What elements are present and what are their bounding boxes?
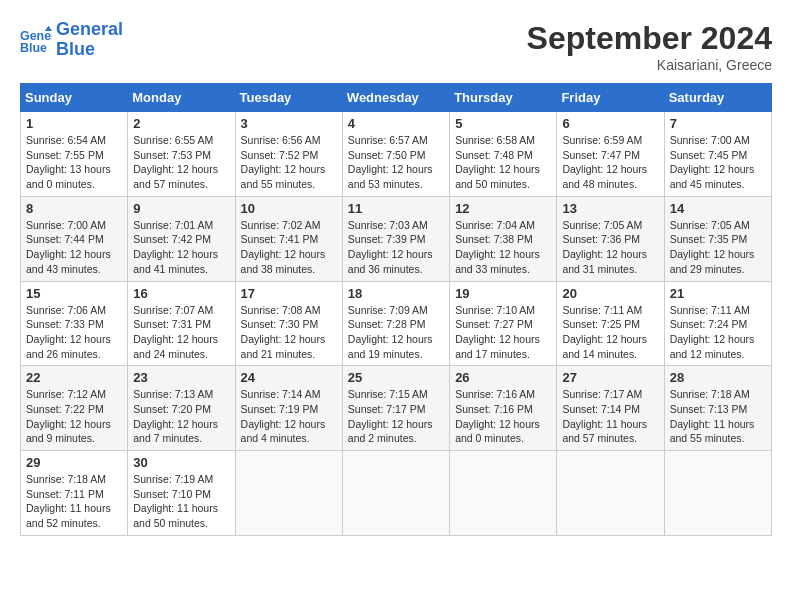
calendar-cell: 21Sunrise: 7:11 AMSunset: 7:24 PMDayligh… [664, 281, 771, 366]
calendar-cell: 4Sunrise: 6:57 AMSunset: 7:50 PMDaylight… [342, 112, 449, 197]
day-info: Sunrise: 7:02 AMSunset: 7:41 PMDaylight:… [241, 218, 337, 277]
calendar-cell: 13Sunrise: 7:05 AMSunset: 7:36 PMDayligh… [557, 196, 664, 281]
day-number: 30 [133, 455, 229, 470]
day-info: Sunrise: 7:10 AMSunset: 7:27 PMDaylight:… [455, 303, 551, 362]
calendar-cell: 12Sunrise: 7:04 AMSunset: 7:38 PMDayligh… [450, 196, 557, 281]
calendar-cell [450, 451, 557, 536]
day-info: Sunrise: 7:06 AMSunset: 7:33 PMDaylight:… [26, 303, 122, 362]
day-number: 10 [241, 201, 337, 216]
day-number: 23 [133, 370, 229, 385]
calendar-cell: 16Sunrise: 7:07 AMSunset: 7:31 PMDayligh… [128, 281, 235, 366]
day-number: 6 [562, 116, 658, 131]
calendar-cell: 17Sunrise: 7:08 AMSunset: 7:30 PMDayligh… [235, 281, 342, 366]
day-number: 5 [455, 116, 551, 131]
day-number: 18 [348, 286, 444, 301]
day-number: 2 [133, 116, 229, 131]
day-info: Sunrise: 7:09 AMSunset: 7:28 PMDaylight:… [348, 303, 444, 362]
calendar-cell [557, 451, 664, 536]
day-number: 7 [670, 116, 766, 131]
day-number: 20 [562, 286, 658, 301]
logo-general: General [56, 20, 123, 40]
day-number: 27 [562, 370, 658, 385]
col-monday: Monday [128, 84, 235, 112]
page-header: General Blue General Blue September 2024… [20, 20, 772, 73]
calendar-cell: 19Sunrise: 7:10 AMSunset: 7:27 PMDayligh… [450, 281, 557, 366]
day-number: 13 [562, 201, 658, 216]
day-number: 1 [26, 116, 122, 131]
col-wednesday: Wednesday [342, 84, 449, 112]
calendar-cell: 28Sunrise: 7:18 AMSunset: 7:13 PMDayligh… [664, 366, 771, 451]
day-number: 17 [241, 286, 337, 301]
calendar-cell: 23Sunrise: 7:13 AMSunset: 7:20 PMDayligh… [128, 366, 235, 451]
day-number: 19 [455, 286, 551, 301]
calendar-cell: 5Sunrise: 6:58 AMSunset: 7:48 PMDaylight… [450, 112, 557, 197]
day-info: Sunrise: 7:12 AMSunset: 7:22 PMDaylight:… [26, 387, 122, 446]
day-number: 15 [26, 286, 122, 301]
calendar-cell: 11Sunrise: 7:03 AMSunset: 7:39 PMDayligh… [342, 196, 449, 281]
calendar-cell: 15Sunrise: 7:06 AMSunset: 7:33 PMDayligh… [21, 281, 128, 366]
day-info: Sunrise: 7:03 AMSunset: 7:39 PMDaylight:… [348, 218, 444, 277]
day-info: Sunrise: 6:54 AMSunset: 7:55 PMDaylight:… [26, 133, 122, 192]
day-info: Sunrise: 6:59 AMSunset: 7:47 PMDaylight:… [562, 133, 658, 192]
day-info: Sunrise: 7:01 AMSunset: 7:42 PMDaylight:… [133, 218, 229, 277]
day-info: Sunrise: 7:19 AMSunset: 7:10 PMDaylight:… [133, 472, 229, 531]
day-info: Sunrise: 7:08 AMSunset: 7:30 PMDaylight:… [241, 303, 337, 362]
calendar-cell: 30Sunrise: 7:19 AMSunset: 7:10 PMDayligh… [128, 451, 235, 536]
day-number: 9 [133, 201, 229, 216]
day-number: 29 [26, 455, 122, 470]
day-number: 16 [133, 286, 229, 301]
day-info: Sunrise: 7:18 AMSunset: 7:11 PMDaylight:… [26, 472, 122, 531]
calendar-cell: 26Sunrise: 7:16 AMSunset: 7:16 PMDayligh… [450, 366, 557, 451]
day-info: Sunrise: 7:00 AMSunset: 7:44 PMDaylight:… [26, 218, 122, 277]
calendar-cell: 29Sunrise: 7:18 AMSunset: 7:11 PMDayligh… [21, 451, 128, 536]
calendar-cell: 24Sunrise: 7:14 AMSunset: 7:19 PMDayligh… [235, 366, 342, 451]
calendar-table: Sunday Monday Tuesday Wednesday Thursday… [20, 83, 772, 536]
day-number: 24 [241, 370, 337, 385]
day-number: 4 [348, 116, 444, 131]
day-number: 25 [348, 370, 444, 385]
day-info: Sunrise: 7:07 AMSunset: 7:31 PMDaylight:… [133, 303, 229, 362]
calendar-cell [235, 451, 342, 536]
day-info: Sunrise: 7:16 AMSunset: 7:16 PMDaylight:… [455, 387, 551, 446]
calendar-cell: 27Sunrise: 7:17 AMSunset: 7:14 PMDayligh… [557, 366, 664, 451]
calendar-cell: 22Sunrise: 7:12 AMSunset: 7:22 PMDayligh… [21, 366, 128, 451]
day-info: Sunrise: 6:56 AMSunset: 7:52 PMDaylight:… [241, 133, 337, 192]
day-info: Sunrise: 7:11 AMSunset: 7:24 PMDaylight:… [670, 303, 766, 362]
calendar-cell: 8Sunrise: 7:00 AMSunset: 7:44 PMDaylight… [21, 196, 128, 281]
calendar-cell: 2Sunrise: 6:55 AMSunset: 7:53 PMDaylight… [128, 112, 235, 197]
day-info: Sunrise: 7:11 AMSunset: 7:25 PMDaylight:… [562, 303, 658, 362]
day-number: 11 [348, 201, 444, 216]
calendar-week-row: 29Sunrise: 7:18 AMSunset: 7:11 PMDayligh… [21, 451, 772, 536]
col-saturday: Saturday [664, 84, 771, 112]
day-number: 12 [455, 201, 551, 216]
calendar-cell: 6Sunrise: 6:59 AMSunset: 7:47 PMDaylight… [557, 112, 664, 197]
svg-text:Blue: Blue [20, 41, 47, 55]
logo-icon: General Blue [20, 24, 52, 56]
calendar-week-row: 8Sunrise: 7:00 AMSunset: 7:44 PMDaylight… [21, 196, 772, 281]
day-number: 8 [26, 201, 122, 216]
col-friday: Friday [557, 84, 664, 112]
calendar-cell: 9Sunrise: 7:01 AMSunset: 7:42 PMDaylight… [128, 196, 235, 281]
header-row: Sunday Monday Tuesday Wednesday Thursday… [21, 84, 772, 112]
calendar-cell: 3Sunrise: 6:56 AMSunset: 7:52 PMDaylight… [235, 112, 342, 197]
calendar-cell: 25Sunrise: 7:15 AMSunset: 7:17 PMDayligh… [342, 366, 449, 451]
location: Kaisariani, Greece [527, 57, 772, 73]
day-number: 3 [241, 116, 337, 131]
calendar-cell [342, 451, 449, 536]
col-sunday: Sunday [21, 84, 128, 112]
calendar-week-row: 15Sunrise: 7:06 AMSunset: 7:33 PMDayligh… [21, 281, 772, 366]
col-tuesday: Tuesday [235, 84, 342, 112]
day-info: Sunrise: 7:00 AMSunset: 7:45 PMDaylight:… [670, 133, 766, 192]
calendar-cell: 10Sunrise: 7:02 AMSunset: 7:41 PMDayligh… [235, 196, 342, 281]
day-info: Sunrise: 7:17 AMSunset: 7:14 PMDaylight:… [562, 387, 658, 446]
day-info: Sunrise: 7:15 AMSunset: 7:17 PMDaylight:… [348, 387, 444, 446]
day-info: Sunrise: 6:58 AMSunset: 7:48 PMDaylight:… [455, 133, 551, 192]
day-number: 22 [26, 370, 122, 385]
calendar-week-row: 1Sunrise: 6:54 AMSunset: 7:55 PMDaylight… [21, 112, 772, 197]
day-info: Sunrise: 7:14 AMSunset: 7:19 PMDaylight:… [241, 387, 337, 446]
day-info: Sunrise: 6:55 AMSunset: 7:53 PMDaylight:… [133, 133, 229, 192]
calendar-cell: 20Sunrise: 7:11 AMSunset: 7:25 PMDayligh… [557, 281, 664, 366]
day-info: Sunrise: 7:05 AMSunset: 7:36 PMDaylight:… [562, 218, 658, 277]
day-info: Sunrise: 7:05 AMSunset: 7:35 PMDaylight:… [670, 218, 766, 277]
day-number: 26 [455, 370, 551, 385]
